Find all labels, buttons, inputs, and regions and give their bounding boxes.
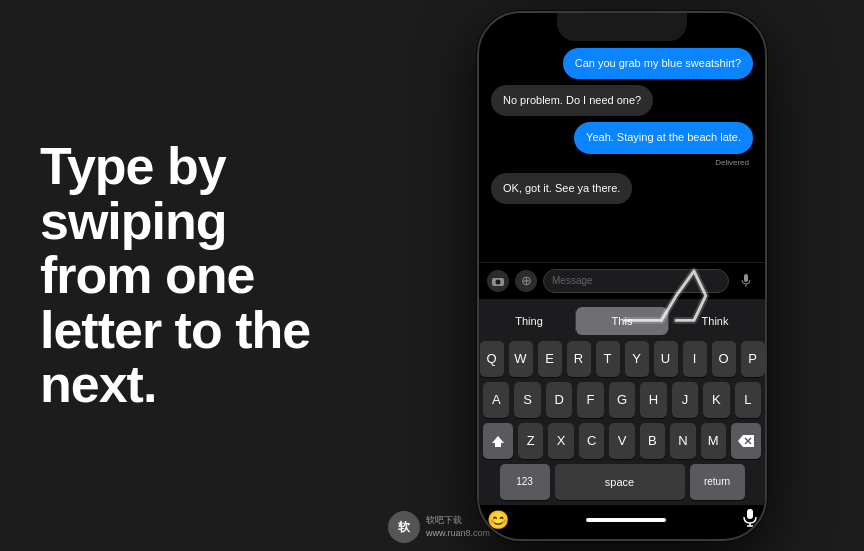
right-panel: 软 软吧下载 www.ruan8.com Can you grab my blu…: [380, 0, 864, 551]
key-row-4: 123 space return: [483, 464, 761, 500]
svg-marker-4: [492, 436, 504, 447]
message-bubble-5: OK, got it. See ya there.: [491, 173, 632, 204]
key-h[interactable]: H: [640, 382, 666, 418]
phone-bottom: 😊: [479, 505, 765, 539]
key-c[interactable]: C: [579, 423, 604, 459]
message-input[interactable]: Message: [543, 269, 729, 293]
key-return[interactable]: return: [690, 464, 745, 500]
key-d[interactable]: D: [546, 382, 572, 418]
key-numbers[interactable]: 123: [500, 464, 550, 500]
pred-word-thing[interactable]: Thing: [483, 307, 575, 335]
key-a[interactable]: A: [483, 382, 509, 418]
pred-word-think[interactable]: Think: [669, 307, 761, 335]
key-r[interactable]: R: [567, 341, 591, 377]
watermark-logo: 软: [388, 511, 420, 543]
key-row-3: Z X C V B N M: [483, 423, 761, 459]
phone-frame: Can you grab my blue sweatshirt? No prob…: [477, 11, 767, 541]
key-shift[interactable]: [483, 423, 513, 459]
pred-word-this[interactable]: This: [576, 307, 668, 335]
key-i[interactable]: I: [683, 341, 707, 377]
appstore-icon[interactable]: ⊕: [515, 270, 537, 292]
key-space[interactable]: space: [555, 464, 685, 500]
key-l[interactable]: L: [735, 382, 761, 418]
svg-rect-8: [747, 509, 753, 519]
key-s[interactable]: S: [514, 382, 540, 418]
home-indicator: [586, 518, 666, 522]
keyboard: Thing This Think Q W E R: [479, 299, 765, 505]
key-w[interactable]: W: [509, 341, 533, 377]
key-n[interactable]: N: [670, 423, 695, 459]
key-j[interactable]: J: [672, 382, 698, 418]
key-q[interactable]: Q: [480, 341, 504, 377]
delivered-label: Delivered: [491, 158, 753, 167]
emoji-icon[interactable]: 😊: [487, 509, 509, 531]
key-row-1: Q W E R T Y U I O P: [483, 341, 761, 377]
message-bubble-3: Yeah. Staying at the beach late.: [574, 122, 753, 153]
camera-icon[interactable]: [487, 270, 509, 292]
key-m[interactable]: M: [701, 423, 726, 459]
key-u[interactable]: U: [654, 341, 678, 377]
input-bar: ⊕ Message: [479, 262, 765, 299]
mic-icon-input[interactable]: [735, 270, 757, 292]
key-f[interactable]: F: [577, 382, 603, 418]
key-b[interactable]: B: [640, 423, 665, 459]
headline: Type by swiping from one letter to the n…: [40, 139, 350, 412]
key-v[interactable]: V: [609, 423, 634, 459]
svg-marker-5: [738, 435, 754, 447]
key-delete[interactable]: [731, 423, 761, 459]
svg-rect-2: [744, 274, 748, 282]
key-g[interactable]: G: [609, 382, 635, 418]
key-z[interactable]: Z: [518, 423, 543, 459]
key-x[interactable]: X: [548, 423, 573, 459]
left-panel: Type by swiping from one letter to the n…: [0, 0, 380, 551]
message-bubble-1: Can you grab my blue sweatshirt?: [563, 48, 753, 79]
key-p[interactable]: P: [741, 341, 765, 377]
key-y[interactable]: Y: [625, 341, 649, 377]
key-t[interactable]: T: [596, 341, 620, 377]
svg-point-1: [496, 279, 501, 284]
watermark-text: 软吧下载 www.ruan8.com: [426, 514, 490, 539]
predictive-bar: Thing This Think: [483, 305, 761, 337]
key-e[interactable]: E: [538, 341, 562, 377]
phone-screen: Can you grab my blue sweatshirt? No prob…: [479, 13, 765, 539]
message-bubble-2: No problem. Do I need one?: [491, 85, 653, 116]
phone-notch: [557, 13, 687, 41]
key-o[interactable]: O: [712, 341, 736, 377]
key-k[interactable]: K: [703, 382, 729, 418]
messages-area: Can you grab my blue sweatshirt? No prob…: [479, 13, 765, 262]
watermark: 软 软吧下载 www.ruan8.com: [388, 511, 490, 543]
key-row-2: A S D F G H J K L: [483, 382, 761, 418]
mic-icon-bottom[interactable]: [743, 509, 757, 531]
